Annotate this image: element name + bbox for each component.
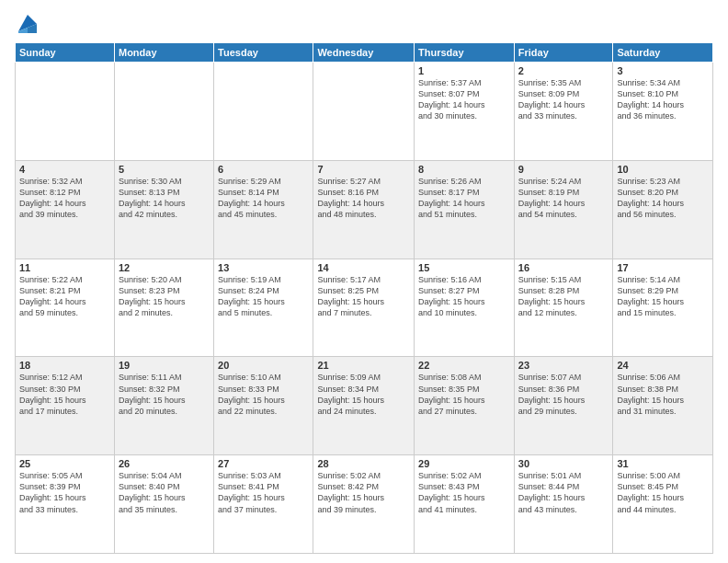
- calendar-day-10: 10Sunrise: 5:23 AM Sunset: 8:20 PM Dayli…: [613, 160, 713, 259]
- day-number: 26: [119, 458, 210, 469]
- day-number: 12: [119, 262, 210, 273]
- calendar-day-4: 4Sunrise: 5:32 AM Sunset: 8:12 PM Daylig…: [16, 160, 115, 259]
- calendar-day-30: 30Sunrise: 5:01 AM Sunset: 8:44 PM Dayli…: [514, 455, 613, 554]
- day-number: 2: [518, 65, 609, 76]
- logo: [15, 11, 44, 37]
- day-info: Sunrise: 5:11 AM Sunset: 8:32 PM Dayligh…: [119, 372, 210, 417]
- calendar-day-17: 17Sunrise: 5:14 AM Sunset: 8:29 PM Dayli…: [613, 259, 713, 357]
- day-number: 24: [617, 360, 709, 371]
- day-number: 9: [518, 164, 609, 175]
- day-number: 20: [218, 360, 309, 371]
- day-info: Sunrise: 5:27 AM Sunset: 8:16 PM Dayligh…: [317, 176, 410, 221]
- day-info: Sunrise: 5:02 AM Sunset: 8:42 PM Dayligh…: [317, 470, 410, 515]
- calendar-header-tuesday: Tuesday: [214, 43, 313, 63]
- day-number: 16: [518, 262, 609, 273]
- day-info: Sunrise: 5:22 AM Sunset: 8:21 PM Dayligh…: [19, 274, 110, 319]
- day-number: 4: [19, 164, 110, 175]
- day-info: Sunrise: 5:24 AM Sunset: 8:19 PM Dayligh…: [518, 176, 609, 221]
- day-number: 19: [119, 360, 210, 371]
- calendar-day-6: 6Sunrise: 5:29 AM Sunset: 8:14 PM Daylig…: [214, 160, 313, 259]
- day-info: Sunrise: 5:00 AM Sunset: 8:45 PM Dayligh…: [617, 470, 709, 515]
- calendar-empty: [16, 63, 115, 161]
- day-info: Sunrise: 5:05 AM Sunset: 8:39 PM Dayligh…: [19, 470, 110, 515]
- day-info: Sunrise: 5:04 AM Sunset: 8:40 PM Dayligh…: [119, 470, 210, 515]
- day-info: Sunrise: 5:20 AM Sunset: 8:23 PM Dayligh…: [119, 274, 210, 319]
- day-number: 11: [19, 262, 110, 273]
- day-number: 3: [617, 65, 709, 76]
- calendar-day-25: 25Sunrise: 5:05 AM Sunset: 8:39 PM Dayli…: [16, 455, 115, 554]
- day-number: 8: [418, 164, 510, 175]
- day-info: Sunrise: 5:06 AM Sunset: 8:38 PM Dayligh…: [617, 372, 709, 417]
- calendar-day-29: 29Sunrise: 5:02 AM Sunset: 8:43 PM Dayli…: [415, 455, 515, 554]
- calendar-week-row: 18Sunrise: 5:12 AM Sunset: 8:30 PM Dayli…: [16, 357, 713, 455]
- calendar-day-7: 7Sunrise: 5:27 AM Sunset: 8:16 PM Daylig…: [313, 160, 415, 259]
- day-number: 13: [218, 262, 309, 273]
- day-info: Sunrise: 5:10 AM Sunset: 8:33 PM Dayligh…: [218, 372, 309, 417]
- calendar-header-friday: Friday: [514, 43, 613, 63]
- day-number: 23: [518, 360, 609, 371]
- day-number: 29: [418, 458, 510, 469]
- day-info: Sunrise: 5:15 AM Sunset: 8:28 PM Dayligh…: [518, 274, 609, 319]
- day-number: 22: [418, 360, 510, 371]
- day-number: 27: [218, 458, 309, 469]
- calendar-header-sunday: Sunday: [16, 43, 115, 63]
- day-info: Sunrise: 5:02 AM Sunset: 8:43 PM Dayligh…: [418, 470, 510, 515]
- day-number: 21: [317, 360, 410, 371]
- calendar-day-27: 27Sunrise: 5:03 AM Sunset: 8:41 PM Dayli…: [214, 455, 313, 554]
- calendar-day-18: 18Sunrise: 5:12 AM Sunset: 8:30 PM Dayli…: [16, 357, 115, 455]
- calendar-day-23: 23Sunrise: 5:07 AM Sunset: 8:36 PM Dayli…: [514, 357, 613, 455]
- calendar-header-thursday: Thursday: [415, 43, 515, 63]
- calendar-day-1: 1Sunrise: 5:37 AM Sunset: 8:07 PM Daylig…: [415, 63, 515, 161]
- calendar-day-31: 31Sunrise: 5:00 AM Sunset: 8:45 PM Dayli…: [613, 455, 713, 554]
- day-number: 10: [617, 164, 709, 175]
- calendar-header-saturday: Saturday: [613, 43, 713, 63]
- calendar-week-row: 1Sunrise: 5:37 AM Sunset: 8:07 PM Daylig…: [16, 63, 713, 161]
- day-info: Sunrise: 5:09 AM Sunset: 8:34 PM Dayligh…: [317, 372, 410, 417]
- calendar-day-12: 12Sunrise: 5:20 AM Sunset: 8:23 PM Dayli…: [114, 259, 213, 357]
- calendar-day-9: 9Sunrise: 5:24 AM Sunset: 8:19 PM Daylig…: [514, 160, 613, 259]
- calendar-empty: [214, 63, 313, 161]
- calendar-day-13: 13Sunrise: 5:19 AM Sunset: 8:24 PM Dayli…: [214, 259, 313, 357]
- day-number: 5: [119, 164, 210, 175]
- day-info: Sunrise: 5:23 AM Sunset: 8:20 PM Dayligh…: [617, 176, 709, 221]
- day-info: Sunrise: 5:37 AM Sunset: 8:07 PM Dayligh…: [418, 77, 510, 122]
- day-info: Sunrise: 5:34 AM Sunset: 8:10 PM Dayligh…: [617, 77, 709, 122]
- day-number: 14: [317, 262, 410, 273]
- calendar-header-wednesday: Wednesday: [313, 43, 415, 63]
- day-number: 30: [518, 458, 609, 469]
- day-number: 7: [317, 164, 410, 175]
- calendar-day-28: 28Sunrise: 5:02 AM Sunset: 8:42 PM Dayli…: [313, 455, 415, 554]
- calendar-day-24: 24Sunrise: 5:06 AM Sunset: 8:38 PM Dayli…: [613, 357, 713, 455]
- day-info: Sunrise: 5:07 AM Sunset: 8:36 PM Dayligh…: [518, 372, 609, 417]
- calendar-empty: [114, 63, 213, 161]
- day-number: 6: [218, 164, 309, 175]
- calendar-header-row: SundayMondayTuesdayWednesdayThursdayFrid…: [16, 43, 713, 63]
- calendar-table: SundayMondayTuesdayWednesdayThursdayFrid…: [15, 42, 713, 554]
- day-info: Sunrise: 5:32 AM Sunset: 8:12 PM Dayligh…: [19, 176, 110, 221]
- calendar-day-2: 2Sunrise: 5:35 AM Sunset: 8:09 PM Daylig…: [514, 63, 613, 161]
- calendar-day-3: 3Sunrise: 5:34 AM Sunset: 8:10 PM Daylig…: [613, 63, 713, 161]
- calendar-day-20: 20Sunrise: 5:10 AM Sunset: 8:33 PM Dayli…: [214, 357, 313, 455]
- calendar-day-14: 14Sunrise: 5:17 AM Sunset: 8:25 PM Dayli…: [313, 259, 415, 357]
- calendar-day-22: 22Sunrise: 5:08 AM Sunset: 8:35 PM Dayli…: [415, 357, 515, 455]
- calendar-day-15: 15Sunrise: 5:16 AM Sunset: 8:27 PM Dayli…: [415, 259, 515, 357]
- day-number: 31: [617, 458, 709, 469]
- day-info: Sunrise: 5:26 AM Sunset: 8:17 PM Dayligh…: [418, 176, 510, 221]
- day-info: Sunrise: 5:30 AM Sunset: 8:13 PM Dayligh…: [119, 176, 210, 221]
- day-number: 25: [19, 458, 110, 469]
- day-info: Sunrise: 5:14 AM Sunset: 8:29 PM Dayligh…: [617, 274, 709, 319]
- day-info: Sunrise: 5:01 AM Sunset: 8:44 PM Dayligh…: [518, 470, 609, 515]
- day-number: 15: [418, 262, 510, 273]
- calendar-week-row: 25Sunrise: 5:05 AM Sunset: 8:39 PM Dayli…: [16, 455, 713, 554]
- calendar-empty: [313, 63, 415, 161]
- logo-icon: [15, 11, 40, 37]
- day-number: 1: [418, 65, 510, 76]
- day-info: Sunrise: 5:16 AM Sunset: 8:27 PM Dayligh…: [418, 274, 510, 319]
- day-info: Sunrise: 5:12 AM Sunset: 8:30 PM Dayligh…: [19, 372, 110, 417]
- calendar-day-8: 8Sunrise: 5:26 AM Sunset: 8:17 PM Daylig…: [415, 160, 515, 259]
- day-info: Sunrise: 5:19 AM Sunset: 8:24 PM Dayligh…: [218, 274, 309, 319]
- day-number: 17: [617, 262, 709, 273]
- calendar-header-monday: Monday: [114, 43, 213, 63]
- day-info: Sunrise: 5:08 AM Sunset: 8:35 PM Dayligh…: [418, 372, 510, 417]
- page: SundayMondayTuesdayWednesdayThursdayFrid…: [0, 0, 728, 563]
